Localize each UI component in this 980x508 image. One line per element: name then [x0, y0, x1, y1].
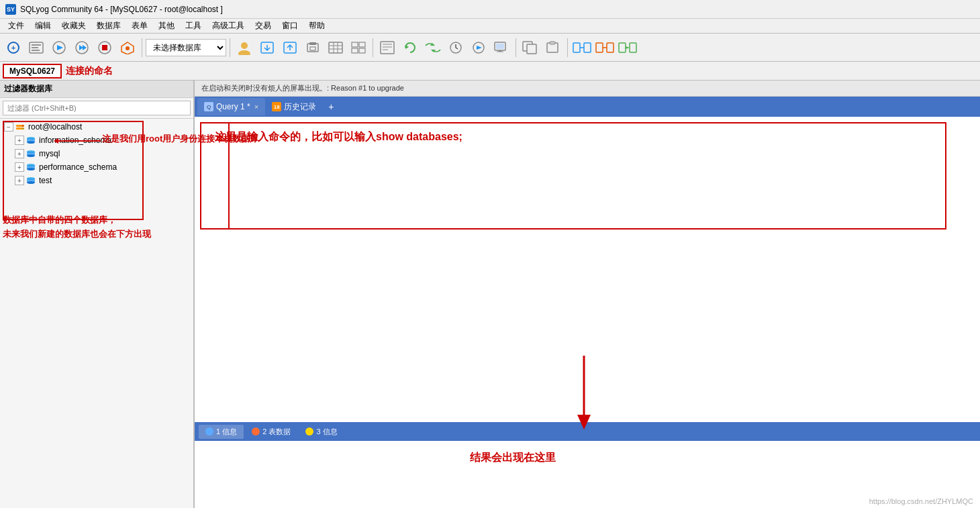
history-tab[interactable]: 18 历史记录	[265, 98, 323, 115]
query-tabs: Q Query 1 * × 18 历史记录 +	[195, 97, 980, 117]
svg-rect-52	[550, 42, 555, 44]
clock-button[interactable]	[445, 37, 467, 58]
menu-advanced[interactable]: 高级工具	[207, 19, 250, 33]
tree-root-node[interactable]: − root@localhost	[0, 120, 193, 134]
result-tab-3-label: 3 信息	[316, 427, 337, 437]
result-tab-3[interactable]: 3 信息	[299, 425, 344, 439]
query-tab-icon: Q	[204, 102, 213, 111]
info-text: 在启动和关闭时没有烦人的屏幕出现。: Reason #1 to upgrade	[201, 83, 404, 93]
tree-item-information-schema[interactable]: + information_schema	[0, 134, 193, 147]
expand-icon-info: +	[15, 136, 24, 145]
db-tree: − root@localhost +	[0, 119, 193, 508]
root-server-icon	[15, 121, 26, 132]
svg-rect-30	[359, 42, 365, 47]
svg-rect-32	[359, 48, 365, 53]
menu-file[interactable]: 文件	[3, 19, 30, 33]
title-bar: SY SQLyog Community 64 - [MySQL0627 - ro…	[0, 0, 980, 19]
left-panel-header: 过滤器数据库	[0, 81, 193, 98]
svg-rect-60	[630, 43, 636, 52]
connection-annotation: 连接的命名	[66, 65, 113, 77]
result-tab-2[interactable]: 2 表数据	[245, 425, 297, 439]
menu-table[interactable]: 表单	[126, 19, 153, 33]
svg-rect-33	[381, 42, 394, 54]
db-label-3: performance_schema	[39, 162, 117, 172]
query-tab-close[interactable]: ×	[254, 103, 258, 111]
svg-rect-56	[596, 43, 603, 52]
menu-tools[interactable]: 工具	[180, 19, 207, 33]
expand-icon-mysql: +	[15, 149, 24, 158]
connection-bar: MySQL0627 连接的命名	[0, 62, 980, 81]
menu-favorites[interactable]: 收藏夹	[56, 19, 91, 33]
result-tab-data-icon	[252, 427, 260, 436]
toolbar-separator-1	[142, 38, 142, 57]
database-selector[interactable]: 未选择数据库	[146, 39, 226, 56]
execute-button[interactable]	[48, 37, 70, 58]
expand-icon: −	[4, 122, 13, 132]
app-icon: SY	[5, 4, 16, 15]
monitor-button[interactable]	[491, 37, 512, 58]
query-editor-textarea[interactable]	[195, 117, 980, 422]
svg-line-42	[456, 48, 458, 49]
result-tab-1[interactable]: 1 信息	[199, 425, 244, 439]
left-panel: 过滤器数据库 − root@localhost +	[0, 81, 195, 508]
sync-button[interactable]	[422, 37, 444, 58]
db-compare-button[interactable]	[571, 37, 593, 58]
add-tab-button[interactable]: +	[323, 99, 339, 115]
execute-all-button[interactable]	[71, 37, 93, 58]
toolbar: + 未选择数据库	[0, 34, 980, 62]
data-compare-button[interactable]	[594, 37, 616, 58]
svg-rect-59	[619, 43, 626, 52]
tree-item-mysql[interactable]: + mysql	[0, 147, 193, 160]
connection-tab[interactable]: MySQL0627	[3, 64, 62, 79]
svg-point-14	[126, 46, 130, 50]
svg-marker-61	[626, 46, 630, 49]
query-tab-1[interactable]: Q Query 1 * ×	[197, 98, 265, 115]
stop-button[interactable]	[94, 37, 115, 58]
menu-window[interactable]: 窗口	[277, 19, 303, 33]
editor-annotation-text: 这里是输入命令的，比如可以输入show databases;	[215, 130, 462, 144]
table-button[interactable]	[325, 37, 346, 58]
result-tab-1-label: 1 信息	[216, 427, 237, 437]
svg-rect-50	[527, 44, 536, 54]
tree-item-performance-schema[interactable]: + performance_schema	[0, 160, 193, 174]
import-button[interactable]	[256, 37, 278, 58]
migration-button[interactable]	[617, 37, 638, 58]
db-icon-3	[26, 162, 36, 172]
svg-rect-53	[573, 43, 580, 52]
export-button[interactable]	[279, 37, 301, 58]
menu-transaction[interactable]: 交易	[250, 19, 277, 33]
menu-other[interactable]: 其他	[153, 19, 180, 33]
window-title: SQLyog Community 64 - [MySQL0627 - root@…	[20, 5, 223, 14]
menu-database[interactable]: 数据库	[91, 19, 126, 33]
svg-point-77	[27, 181, 35, 184]
copy-table-button[interactable]	[520, 37, 541, 58]
user-manager-button[interactable]	[234, 37, 255, 58]
svg-rect-54	[584, 43, 591, 52]
refresh-button[interactable]	[399, 37, 421, 58]
bottom-area	[195, 441, 980, 508]
svg-marker-7	[57, 45, 63, 50]
menu-help[interactable]: 帮助	[303, 19, 330, 33]
svg-point-15	[241, 42, 248, 49]
new-query-button[interactable]	[26, 37, 47, 58]
paste-table-button[interactable]	[542, 37, 564, 58]
tree-item-test[interactable]: + test	[0, 174, 193, 187]
grid-button[interactable]	[348, 37, 369, 58]
svg-point-65	[22, 128, 23, 130]
filter-input[interactable]	[3, 101, 191, 115]
play-circle-button[interactable]	[468, 37, 489, 58]
svg-rect-12	[102, 45, 107, 50]
expand-icon-test: +	[15, 176, 24, 185]
db-label-4: test	[39, 176, 52, 185]
menu-edit[interactable]: 编辑	[30, 19, 56, 33]
history-button[interactable]	[377, 37, 398, 58]
backup-button[interactable]	[302, 37, 324, 58]
svg-marker-37	[405, 45, 409, 49]
filter-box	[0, 98, 193, 119]
schema-designer-button[interactable]	[117, 37, 138, 58]
info-bar: 在启动和关闭时没有烦人的屏幕出现。: Reason #1 to upgrade	[195, 81, 980, 97]
new-connection-button[interactable]: +	[3, 37, 24, 58]
svg-rect-57	[607, 43, 614, 52]
svg-point-74	[27, 168, 35, 170]
svg-point-68	[27, 141, 35, 144]
